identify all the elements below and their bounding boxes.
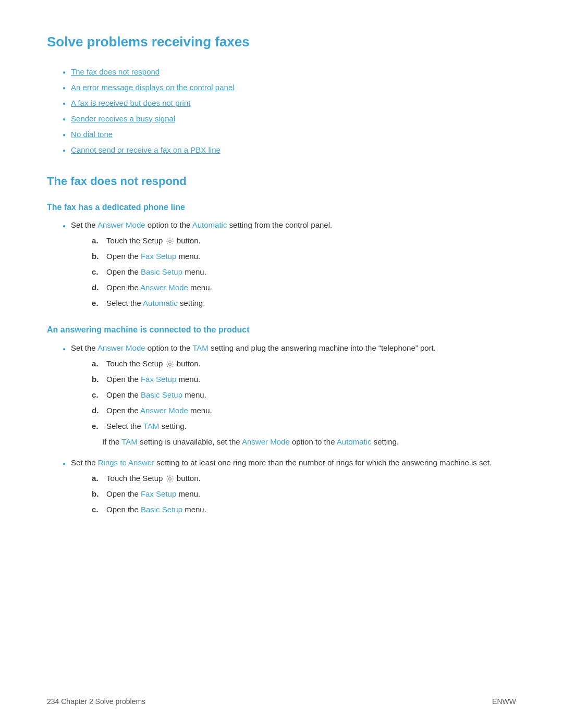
- text-if-tam: If the: [102, 437, 121, 446]
- alpha-content-3a: Touch the Setup button.: [106, 472, 516, 485]
- link-answer-mode-2d: Answer Mode: [140, 406, 188, 415]
- text-option-to: option to the: [145, 220, 192, 229]
- page: Solve problems receiving faxes The fax d…: [0, 0, 563, 728]
- link-answer-mode-2: Answer Mode: [97, 343, 145, 352]
- answering-machine-bullet-1: Set the Answer Mode option to the TAM se…: [63, 342, 516, 451]
- alpha-item-3a: a. Touch the Setup button.: [92, 472, 516, 485]
- toc-item-1: The fax does not respond: [63, 66, 516, 78]
- answering-machine-bullet-1-content: Set the Answer Mode option to the TAM se…: [71, 342, 516, 451]
- alpha-item-2c: c. Open the Basic Setup menu.: [92, 389, 516, 401]
- link-tam-note: TAM: [121, 437, 138, 446]
- link-basic-setup-3c: Basic Setup: [141, 505, 182, 514]
- text-setting-end: setting.: [372, 437, 399, 446]
- alpha-item-1a: a. Touch the Setup button.: [92, 235, 516, 247]
- setup-icon-1a: [166, 237, 174, 245]
- link-fax-setup-3b: Fax Setup: [141, 489, 176, 498]
- alpha-label-2b: b.: [92, 373, 106, 386]
- link-fax-setup-2b: Fax Setup: [141, 375, 176, 384]
- dedicated-line-bullets: Set the Answer Mode option to the Automa…: [47, 219, 516, 313]
- alpha-item-1c: c. Open the Basic Setup menu.: [92, 266, 516, 278]
- toc-link-2[interactable]: An error message displays on the control…: [71, 81, 235, 94]
- alpha-list-1: a. Touch the Setup button. b. Open the F…: [71, 235, 516, 310]
- alpha-item-1b: b. Open the Fax Setup menu.: [92, 250, 516, 263]
- alpha-item-1d: d. Open the Answer Mode menu.: [92, 281, 516, 294]
- link-basic-setup-2c: Basic Setup: [141, 390, 182, 399]
- text-setting-from: setting from the control panel.: [227, 220, 332, 229]
- alpha-label-3c: c.: [92, 503, 106, 516]
- toc-link-3[interactable]: A fax is received but does not print: [71, 97, 190, 109]
- alpha-list-3: a. Touch the Setup button. b. Open the F…: [71, 472, 516, 516]
- answering-machine-bullet-2: Set the Rings to Answer setting to at le…: [63, 456, 516, 519]
- alpha-label-3a: a.: [92, 472, 106, 485]
- text-setting-plug: setting and plug the answering machine i…: [209, 343, 436, 352]
- section-title-fax-no-respond: The fax does not respond: [47, 172, 516, 190]
- alpha-label-2d: d.: [92, 404, 106, 417]
- alpha-content-1a: Touch the Setup button.: [106, 235, 516, 247]
- alpha-content-1b: Open the Fax Setup menu.: [106, 250, 516, 263]
- text-option-tam: option to the: [145, 343, 193, 352]
- text-set-answer-mode: Set the: [71, 343, 97, 352]
- text-rings-detail: setting to at least one ring more than t…: [154, 458, 492, 467]
- alpha-content-2c: Open the Basic Setup menu.: [106, 389, 516, 401]
- alpha-item-2d: d. Open the Answer Mode menu.: [92, 404, 516, 417]
- alpha-list-2: a. Touch the Setup button. b. Open the F…: [71, 357, 516, 433]
- alpha-content-2b: Open the Fax Setup menu.: [106, 373, 516, 386]
- link-automatic-note: Automatic: [337, 437, 372, 446]
- answering-machine-bullet-2-content: Set the Rings to Answer setting to at le…: [71, 456, 516, 519]
- toc-list: The fax does not respond An error messag…: [47, 66, 516, 156]
- text-set-the: Set the: [71, 220, 97, 229]
- page-title: Solve problems receiving faxes: [47, 31, 516, 53]
- alpha-label-1d: d.: [92, 281, 106, 294]
- answering-machine-bullets: Set the Answer Mode option to the TAM se…: [47, 342, 516, 519]
- footer-right: ENWW: [492, 696, 516, 707]
- alpha-item-2b: b. Open the Fax Setup menu.: [92, 373, 516, 386]
- toc-link-4[interactable]: Sender receives a busy signal: [71, 113, 175, 125]
- alpha-content-3b: Open the Fax Setup menu.: [106, 488, 516, 500]
- alpha-label-2c: c.: [92, 389, 106, 401]
- link-basic-setup-1c: Basic Setup: [141, 267, 182, 276]
- toc-item-3: A fax is received but does not print: [63, 97, 516, 109]
- alpha-item-1e: e. Select the Automatic setting.: [92, 297, 516, 310]
- link-answer-mode-1d: Answer Mode: [140, 283, 188, 292]
- link-automatic-1: Automatic: [192, 220, 227, 229]
- text-option-to-auto: option to the: [290, 437, 337, 446]
- alpha-content-2a: Touch the Setup button.: [106, 357, 516, 370]
- alpha-content-1e: Select the Automatic setting.: [106, 297, 516, 310]
- alpha-label-1c: c.: [92, 266, 106, 278]
- link-answer-mode-note: Answer Mode: [242, 437, 290, 446]
- alpha-item-2a: a. Touch the Setup button.: [92, 357, 516, 370]
- alpha-content-2e: Select the TAM setting.: [106, 420, 516, 433]
- link-fax-setup-1b: Fax Setup: [141, 252, 176, 261]
- alpha-content-1c: Open the Basic Setup menu.: [106, 266, 516, 278]
- alpha-label-2a: a.: [92, 357, 106, 370]
- setup-icon-3a: [166, 475, 174, 483]
- toc-link-5[interactable]: No dial tone: [71, 128, 113, 141]
- subsection-title-dedicated-line: The fax has a dedicated phone line: [47, 201, 516, 214]
- link-rings-to-answer: Rings to Answer: [98, 458, 154, 467]
- svg-point-2: [168, 478, 171, 480]
- alpha-content-1d: Open the Answer Mode menu.: [106, 281, 516, 294]
- svg-point-1: [168, 363, 171, 366]
- link-tam-1: TAM: [192, 343, 209, 352]
- setup-icon-2a: [166, 360, 174, 368]
- page-footer: 234 Chapter 2 Solve problems ENWW: [47, 696, 516, 707]
- alpha-label-2e: e.: [92, 420, 106, 433]
- toc-item-4: Sender receives a busy signal: [63, 113, 516, 125]
- alpha-item-3b: b. Open the Fax Setup menu.: [92, 488, 516, 500]
- alpha-item-3c: c. Open the Basic Setup menu.: [92, 503, 516, 516]
- alpha-content-2d: Open the Answer Mode menu.: [106, 404, 516, 417]
- alpha-content-3c: Open the Basic Setup menu.: [106, 503, 516, 516]
- toc-item-2: An error message displays on the control…: [63, 81, 516, 94]
- subsection-title-answering-machine: An answering machine is connected to the…: [47, 323, 516, 337]
- toc-item-5: No dial tone: [63, 128, 516, 141]
- footer-left: 234 Chapter 2 Solve problems: [47, 696, 145, 707]
- svg-point-0: [168, 240, 171, 243]
- toc-link-1[interactable]: The fax does not respond: [71, 66, 160, 78]
- toc-link-6[interactable]: Cannot send or receive a fax on a PBX li…: [71, 144, 221, 156]
- dedicated-line-bullet-1-content: Set the Answer Mode option to the Automa…: [71, 219, 516, 313]
- dedicated-line-bullet-1: Set the Answer Mode option to the Automa…: [63, 219, 516, 313]
- link-answer-mode-1: Answer Mode: [97, 220, 145, 229]
- link-tam-2e: TAM: [143, 422, 160, 430]
- alpha-label-1a: a.: [92, 235, 106, 247]
- alpha-label-3b: b.: [92, 488, 106, 500]
